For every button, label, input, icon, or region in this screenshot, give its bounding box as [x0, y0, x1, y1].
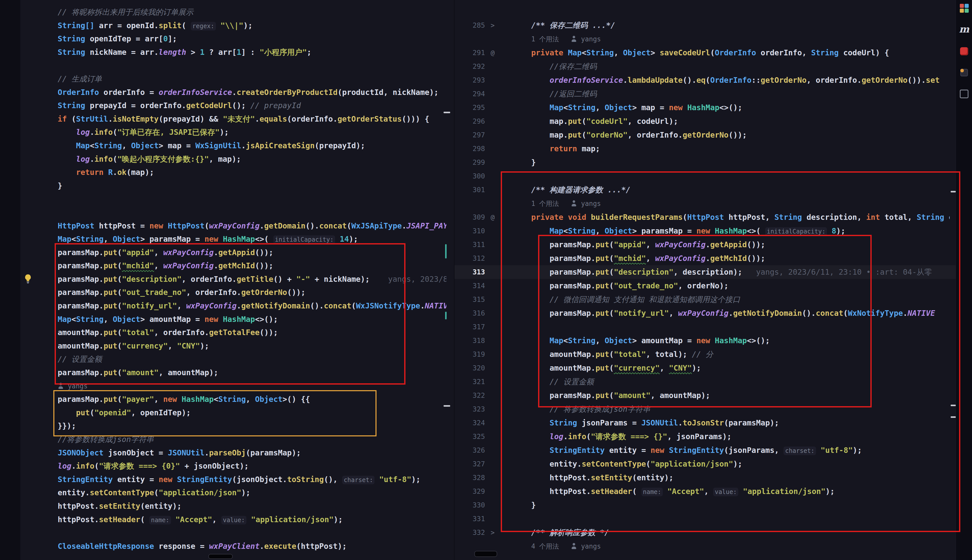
line-number[interactable]: 321	[454, 375, 485, 388]
code-line[interactable]: 326 StringEntity entity = new StringEnti…	[454, 443, 956, 457]
line-number[interactable]: 330	[454, 498, 485, 512]
code-line[interactable]: paramsMap.put("payer", new HashMap<Strin…	[58, 393, 446, 406]
code-line[interactable]: 328 httpPost.setEntity(entity);	[454, 471, 956, 485]
code-line[interactable]: String nickName = arr.length > 1 ? arr[1…	[58, 46, 446, 59]
line-number[interactable]: 328	[454, 471, 485, 485]
error-stripe-mark[interactable]	[951, 405, 956, 406]
code-line[interactable]: Map<String, Object> amountMap = new Hash…	[58, 313, 446, 326]
error-stripe-mark[interactable]	[445, 244, 447, 258]
code-line[interactable]: 329 httpPost.setHeader( name: "Accept", …	[454, 485, 956, 498]
code-line[interactable]: 292 //保存二维码	[454, 60, 956, 73]
error-stripe-mark[interactable]	[444, 112, 450, 113]
line-number[interactable]: 327	[454, 457, 485, 471]
line-number[interactable]: 324	[454, 416, 485, 430]
code-line[interactable]: 297 map.put("orderNo", orderInfo.getOrde…	[454, 128, 956, 142]
line-number[interactable]: 309	[454, 210, 485, 224]
code-line[interactable]	[58, 192, 446, 206]
code-line[interactable]: HttpPost httpPost = new HttpPost(wxPayCo…	[58, 219, 446, 233]
line-number[interactable]: 299	[454, 156, 485, 169]
orange-plugin-icon[interactable]	[960, 68, 969, 77]
code-line[interactable]: 320 amountMap.put("currency", "CNY");	[454, 361, 956, 375]
code-line[interactable]: put("openid", openIdTep);	[58, 406, 446, 420]
line-number[interactable]: 285	[454, 18, 485, 32]
code-line[interactable]: paramsMap.put("mchid", wxPayConfig.getMc…	[58, 259, 446, 273]
line-number[interactable]: 325	[454, 430, 485, 443]
line-number[interactable]: 293	[454, 73, 485, 87]
code-line[interactable]: StringEntity entity = new StringEntity(j…	[58, 473, 446, 487]
code-line[interactable]: log.info("唤起小程序支付参数:{}", map);	[58, 153, 446, 166]
line-number[interactable]: 314	[454, 279, 485, 293]
error-stripe-mark[interactable]	[445, 312, 447, 319]
line-number[interactable]: 315	[454, 293, 485, 307]
code-line[interactable]: 4 个用法 yangs	[454, 540, 956, 553]
code-line[interactable]: 313 paramsMap.put("description", descrip…	[454, 265, 956, 279]
code-line[interactable]: 315 // 微信回调通知 支付通知 和退款通知都调用这个接口	[454, 293, 956, 307]
line-number[interactable]: 297	[454, 128, 485, 142]
error-stripe-mark[interactable]	[444, 405, 450, 407]
code-line[interactable]: 322 paramsMap.put("amount", amountMap);	[454, 388, 956, 402]
code-line[interactable]: 323 // 将参数转换成json字符串	[454, 402, 956, 416]
line-number[interactable]: 312	[454, 252, 485, 265]
code-line[interactable]: Map<String, Object> map = WxSignUtil.jsA…	[58, 139, 446, 153]
code-line[interactable]: entity.setContentType("application/json"…	[58, 486, 446, 500]
code-line[interactable]: Map<String, Object> paramsMap = new Hash…	[58, 233, 446, 246]
code-line[interactable]: 314 paramsMap.put("out_trade_no", orderN…	[454, 279, 956, 293]
line-number[interactable]: 300	[454, 169, 485, 183]
code-line[interactable]: String openIdTep = arr[0];	[58, 32, 446, 46]
code-line[interactable]: }	[58, 179, 446, 193]
pane-divider[interactable]	[454, 0, 454, 560]
code-line[interactable]: return R.ok(map);	[58, 166, 446, 179]
right-editor-pane[interactable]: 285>/** 保存二维码 ...*/1 个用法 yangs291@privat…	[454, 0, 956, 560]
code-line[interactable]	[58, 526, 446, 540]
code-line[interactable]: log.info("请求参数 ===> {0}" + jsonObject);	[58, 460, 446, 473]
code-line[interactable]: paramsMap.put("notify_url", wxPayConfig.…	[58, 299, 446, 313]
line-number[interactable]	[454, 32, 485, 46]
code-line[interactable]: 296 map.put("codeUrl", codeUrl);	[454, 115, 956, 128]
code-line[interactable]: paramsMap.put("description", orderInfo.g…	[58, 273, 446, 286]
code-line[interactable]: JSONObject jsonObject = JSONUtil.parseOb…	[58, 446, 446, 460]
fold-arrow-icon[interactable]: >	[485, 526, 500, 540]
code-line[interactable]: 327 entity.setContentType("application/j…	[454, 457, 956, 471]
code-line[interactable]: httpPost.setEntity(entity);	[58, 500, 446, 513]
code-line[interactable]: paramsMap.put("out_trade_no", orderInfo.…	[58, 286, 446, 299]
code-line[interactable]: 299}	[454, 156, 956, 169]
line-number[interactable]: 310	[454, 224, 485, 238]
code-line[interactable]: 317	[454, 320, 956, 334]
code-line[interactable]: amountMap.put("currency", "CNY");	[58, 339, 446, 353]
code-line[interactable]: 331	[454, 512, 956, 526]
code-line[interactable]: 293 orderInfoService.lambdaUpdate().eq(O…	[454, 73, 956, 87]
line-number[interactable]: 292	[454, 60, 485, 73]
code-line[interactable]: //将参数转换成json字符串	[58, 433, 446, 446]
code-line[interactable]: paramsMap.put("amount", amountMap);	[58, 366, 446, 380]
code-line[interactable]: 295 Map<String, Object> map = new HashMa…	[454, 101, 956, 115]
code-line[interactable]: 319 amountMap.put("total", total); // 分	[454, 348, 956, 361]
line-number[interactable]: 318	[454, 334, 485, 348]
maven-icon[interactable]: m	[960, 24, 969, 33]
line-number[interactable]: 313	[454, 265, 485, 279]
code-line[interactable]: 301/** 构建器请求参数 ...*/	[454, 183, 956, 197]
code-line[interactable]: 285>/** 保存二维码 ...*/	[454, 18, 956, 32]
tool-window-icon[interactable]	[960, 89, 969, 98]
line-number[interactable]: 298	[454, 142, 485, 156]
code-line[interactable]: CloseableHttpResponse response = wxPayCl…	[58, 540, 446, 553]
code-line[interactable]: 312 paramsMap.put("mchid", wxPayConfig.g…	[454, 252, 956, 265]
code-line[interactable]: 1 个用法 yangs	[454, 32, 956, 46]
annotation-marker-icon[interactable]: @	[485, 46, 500, 60]
code-line[interactable]: 330}	[454, 498, 956, 512]
code-line[interactable]: 325 log.info("请求参数 ===> {}", jsonParams)…	[454, 430, 956, 443]
line-number[interactable]: 291	[454, 46, 485, 60]
line-number[interactable]: 317	[454, 320, 485, 334]
code-line[interactable]: 300	[454, 169, 956, 183]
intention-bulb-icon[interactable]	[22, 273, 33, 285]
code-line[interactable]: }});	[58, 419, 446, 433]
code-line[interactable]: String prepayId = orderInfo.getCodeUrl()…	[58, 99, 446, 112]
line-number[interactable]: 322	[454, 388, 485, 402]
code-line[interactable]: paramsMap.put("appid", wxPayConfig.getAp…	[58, 246, 446, 260]
code-line[interactable]: 291@private Map<String, Object> saveCode…	[454, 46, 956, 60]
colors-grid-icon[interactable]	[960, 3, 969, 13]
code-line[interactable]: 324 String jsonParams = JSONUtil.toJsonS…	[454, 416, 956, 430]
fold-arrow-icon[interactable]: >	[485, 18, 500, 32]
code-line[interactable]: // 将昵称拆出来用于后续我的订单展示	[58, 6, 446, 19]
line-number[interactable]: 323	[454, 402, 485, 416]
line-number[interactable]: 316	[454, 307, 485, 320]
